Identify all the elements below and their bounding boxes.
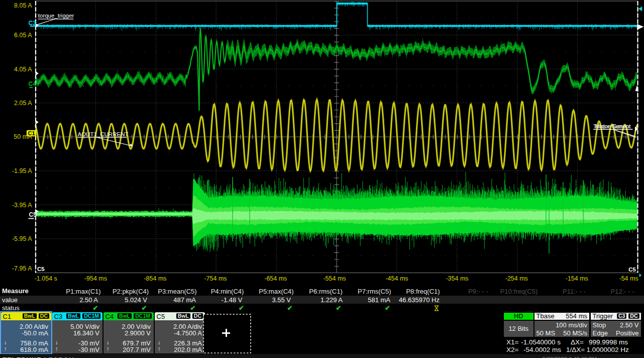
svg-text:C5: C5 xyxy=(37,266,45,272)
svg-text:C4: C4 xyxy=(29,80,37,87)
svg-text:2.05 A: 2.05 A xyxy=(14,100,32,107)
svg-text:-1.95 A: -1.95 A xyxy=(12,167,32,174)
svg-text:C5: C5 xyxy=(29,211,37,218)
svg-text:-1.054 s: -1.054 s xyxy=(35,275,57,282)
svg-text:6.05 A: 6.05 A xyxy=(14,32,32,39)
svg-text:-7.95 A: -7.95 A xyxy=(12,265,32,272)
svg-text:C5: C5 xyxy=(628,266,636,273)
svg-text:-854 ms: -854 ms xyxy=(144,275,166,282)
svg-text:-754 ms: -754 ms xyxy=(204,275,227,282)
svg-text:-254 ms: -254 ms xyxy=(505,275,528,282)
svg-text:-654 ms: -654 ms xyxy=(264,275,287,282)
svg-text:-354 ms: -354 ms xyxy=(446,275,468,282)
svg-text:4.05 A: 4.05 A xyxy=(14,66,32,73)
svg-text:8.05 A: 8.05 A xyxy=(14,2,32,9)
svg-text:-954 ms: -954 ms xyxy=(84,275,107,282)
svg-text:Motor Current: Motor Current xyxy=(595,123,631,129)
svg-text:-154 ms: -154 ms xyxy=(566,275,588,282)
svg-text:AOUT1_CURRENT: AOUT1_CURRENT xyxy=(78,131,129,137)
svg-text:-454 ms: -454 ms xyxy=(385,275,408,282)
svg-text:C1: C1 xyxy=(28,130,35,136)
svg-text:torque_trigger: torque_trigger xyxy=(38,13,74,19)
svg-text:-3.95 A: -3.95 A xyxy=(12,202,32,209)
svg-text:-5.95 A: -5.95 A xyxy=(12,235,32,242)
svg-text:-554 ms: -554 ms xyxy=(323,275,346,282)
svg-text:-54 ms: -54 ms xyxy=(619,275,638,282)
